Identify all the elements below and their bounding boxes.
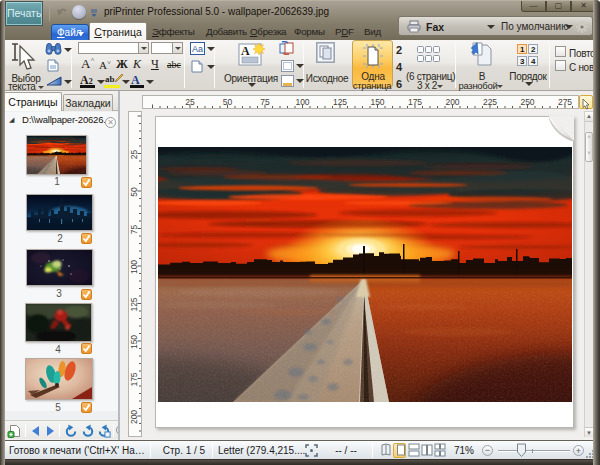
svg-text:175: 175 xyxy=(129,372,139,386)
svg-text:2: 2 xyxy=(531,45,536,54)
svg-text:1: 1 xyxy=(520,45,525,54)
svg-text:200: 200 xyxy=(129,410,139,424)
svg-text:50: 50 xyxy=(129,187,139,197)
svg-text:4: 4 xyxy=(531,57,536,66)
svg-text:3: 3 xyxy=(520,57,525,66)
svg-text:150: 150 xyxy=(129,335,139,349)
svg-text:125: 125 xyxy=(129,297,139,311)
svg-text:Aa: Aa xyxy=(192,44,203,54)
svg-text:100: 100 xyxy=(129,260,139,274)
svg-text:A: A xyxy=(241,44,250,58)
svg-text:75: 75 xyxy=(129,225,139,235)
svg-text:25: 25 xyxy=(129,150,139,160)
